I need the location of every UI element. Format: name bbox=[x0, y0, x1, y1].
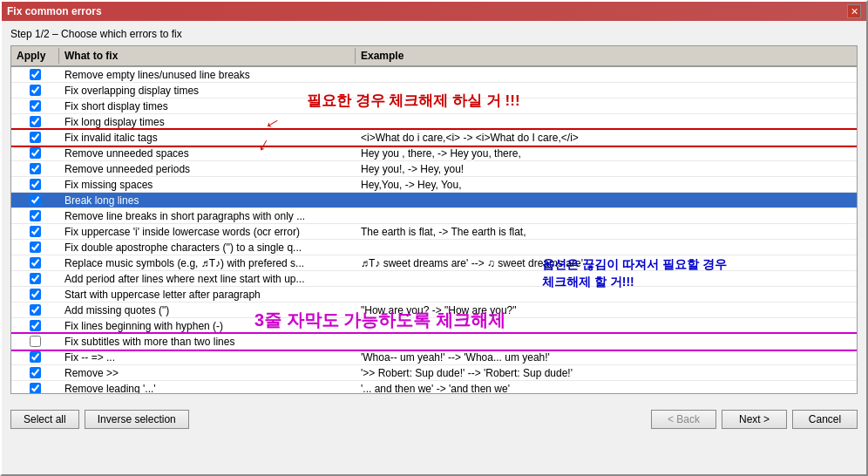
check-cell bbox=[11, 241, 59, 253]
close-button[interactable]: ✕ bbox=[847, 4, 861, 18]
row-checkbox[interactable] bbox=[30, 116, 41, 127]
row-example: 'Whoa-- um yeah!' --> 'Whoa... um yeah!' bbox=[356, 350, 857, 364]
back-button[interactable]: < Back bbox=[651, 410, 716, 429]
check-cell bbox=[11, 257, 59, 269]
check-cell bbox=[11, 383, 59, 394]
row-text: Replace music symbols (e.g, ♬T♪) with pr… bbox=[59, 256, 356, 270]
table-row: Fix long display times bbox=[11, 114, 857, 130]
row-example: The earth is flat, -> The earth is flat, bbox=[356, 225, 857, 239]
row-checkbox[interactable] bbox=[30, 132, 41, 143]
table-row: Fix missing spacesHey,You, -> Hey, You, bbox=[11, 177, 857, 193]
row-checkbox[interactable] bbox=[30, 100, 41, 112]
row-checkbox[interactable] bbox=[30, 367, 41, 378]
bottom-right-buttons: < Back Next > Cancel bbox=[651, 410, 858, 429]
row-checkbox[interactable] bbox=[30, 304, 41, 316]
row-text: Fix double apostrophe characters ('') to… bbox=[59, 241, 356, 255]
row-text: Remove empty lines/unused line breaks bbox=[59, 68, 356, 82]
row-text: Break long lines bbox=[59, 194, 356, 207]
table-row: Remove empty lines/unused line breaks bbox=[11, 67, 857, 83]
row-checkbox[interactable] bbox=[30, 163, 41, 174]
row-text: Remove unneeded periods bbox=[59, 162, 356, 176]
title-bar: Fix common errors ✕ bbox=[2, 2, 866, 21]
check-cell bbox=[11, 116, 59, 127]
check-cell bbox=[11, 226, 59, 237]
check-cell bbox=[11, 273, 59, 284]
row-checkbox[interactable] bbox=[30, 241, 41, 253]
check-cell bbox=[11, 320, 59, 331]
cancel-button[interactable]: Cancel bbox=[792, 410, 858, 429]
check-cell bbox=[11, 210, 59, 221]
check-cell bbox=[11, 351, 59, 363]
row-example: '>> Robert: Sup dude!' --> 'Robert: Sup … bbox=[356, 366, 857, 380]
table-row: Replace music symbols (e.g, ♬T♪) with pr… bbox=[11, 255, 857, 271]
row-checkbox[interactable] bbox=[30, 257, 41, 269]
row-example: Hey you!, -> Hey, you! bbox=[356, 162, 857, 176]
check-cell bbox=[11, 194, 59, 206]
row-checkbox[interactable] bbox=[30, 210, 41, 221]
table-row: Fix subtitles with more than two lines bbox=[11, 334, 857, 350]
check-cell bbox=[11, 289, 59, 300]
row-example: <i>What do i care,<i> -> <i>What do I ca… bbox=[356, 131, 857, 145]
bottom-left-buttons: Select all Inverse selection bbox=[10, 410, 189, 429]
row-example bbox=[356, 74, 857, 76]
row-example bbox=[356, 121, 857, 123]
row-checkbox[interactable] bbox=[30, 320, 41, 331]
row-checkbox[interactable] bbox=[30, 289, 41, 300]
table-row: Fix double apostrophe characters ('') to… bbox=[11, 240, 857, 255]
check-cell bbox=[11, 367, 59, 378]
row-example: Hey,You, -> Hey, You, bbox=[356, 178, 857, 192]
table-row: Remove unneeded periodsHey you!, -> Hey,… bbox=[11, 161, 857, 177]
check-cell bbox=[11, 163, 59, 174]
table-row: Fix invalid italic tags<i>What do i care… bbox=[11, 130, 857, 146]
row-example: Hey you , there, -> Hey you, there, bbox=[356, 146, 857, 160]
table-row: Fix -- => ...'Whoa-- um yeah!' --> 'Whoa… bbox=[11, 350, 857, 365]
main-content: Step 1/2 – Choose which errors to fix Ap… bbox=[2, 21, 866, 401]
table-row: Start with uppercase letter after paragr… bbox=[11, 287, 857, 303]
row-checkbox[interactable] bbox=[30, 85, 41, 96]
row-checkbox[interactable] bbox=[30, 179, 41, 190]
row-checkbox[interactable] bbox=[30, 273, 41, 284]
row-checkbox[interactable] bbox=[30, 147, 41, 159]
table-row: Fix uppercase 'i' inside lowercase words… bbox=[11, 224, 857, 240]
row-checkbox[interactable] bbox=[30, 351, 41, 363]
row-checkbox[interactable] bbox=[30, 336, 41, 347]
step-label: Step 1/2 – Choose which errors to fix bbox=[10, 28, 858, 40]
table-header: Apply What to fix Example bbox=[11, 46, 857, 67]
row-text: Remove line breaks in short paragraphs w… bbox=[59, 209, 356, 223]
check-cell bbox=[11, 100, 59, 112]
table-row: Add period after lines where next line s… bbox=[11, 271, 857, 287]
row-text: Fix invalid italic tags bbox=[59, 131, 356, 145]
row-text: Fix -- => ... bbox=[59, 350, 356, 364]
annotation-top-korean: 필요한 경우 체크해제 하실 거 !!! bbox=[307, 91, 520, 111]
row-checkbox[interactable] bbox=[30, 69, 41, 80]
table-row: Remove line breaks in short paragraphs w… bbox=[11, 208, 857, 224]
select-all-button[interactable]: Select all bbox=[10, 410, 79, 429]
table-row: Break long lines bbox=[11, 193, 857, 208]
col-what: What to fix bbox=[59, 48, 356, 64]
row-checkbox[interactable] bbox=[30, 383, 41, 394]
row-text: Fix subtitles with more than two lines bbox=[59, 335, 356, 349]
row-example bbox=[356, 247, 857, 248]
row-checkbox[interactable] bbox=[30, 226, 41, 237]
inverse-selection-button[interactable]: Inverse selection bbox=[85, 410, 189, 429]
next-button[interactable]: Next > bbox=[722, 410, 787, 429]
row-text: Remove >> bbox=[59, 366, 356, 380]
row-text: Start with uppercase letter after paragr… bbox=[59, 288, 356, 302]
row-text: Fix long display times bbox=[59, 115, 356, 129]
check-cell bbox=[11, 336, 59, 347]
row-example bbox=[356, 294, 857, 296]
table-row: Remove unneeded spacesHey you , there, -… bbox=[11, 146, 857, 161]
check-cell bbox=[11, 132, 59, 143]
row-checkbox[interactable] bbox=[30, 194, 41, 206]
check-cell bbox=[11, 85, 59, 96]
check-cell bbox=[11, 304, 59, 316]
row-text: Remove leading '...' bbox=[59, 382, 356, 395]
row-text: Remove unneeded spaces bbox=[59, 146, 356, 160]
table-body: Remove empty lines/unused line breaksFix… bbox=[11, 67, 857, 394]
row-example: '... and then we' -> 'and then we' bbox=[356, 382, 857, 395]
fix-common-errors-dialog: Fix common errors ✕ Step 1/2 – Choose wh… bbox=[0, 0, 868, 476]
annotation-right-korean: 옵션은 끊김이 따져서 필요할 경우체크해제 할 거!!! bbox=[542, 256, 727, 290]
window-title: Fix common errors bbox=[7, 5, 102, 17]
check-cell bbox=[11, 179, 59, 190]
table-row: Remove >>'>> Robert: Sup dude!' --> 'Rob… bbox=[11, 365, 857, 381]
